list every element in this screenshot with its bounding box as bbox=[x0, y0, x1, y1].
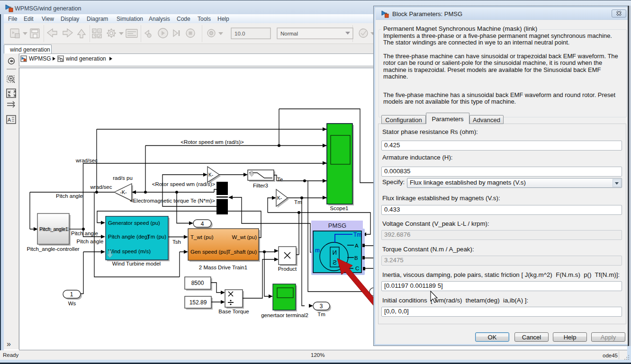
svg-text:m: m bbox=[315, 247, 320, 254]
svg-text:8500: 8500 bbox=[191, 280, 204, 286]
svg-text:S: S bbox=[333, 259, 337, 266]
svg-text:Pitch angle: Pitch angle bbox=[56, 193, 83, 199]
svg-text:152.89: 152.89 bbox=[189, 299, 207, 306]
svg-text:Wind speed (m/s): Wind speed (m/s) bbox=[108, 249, 151, 254]
svg-text:wrad/sec: wrad/sec bbox=[75, 158, 98, 163]
svg-text:Pitch angle: Pitch angle bbox=[77, 239, 104, 244]
svg-text:Generator speed (pu): Generator speed (pu) bbox=[108, 220, 160, 226]
svg-text:»: » bbox=[7, 340, 11, 348]
svg-text:<Rotor speed wm (rad/s)>: <Rotor speed wm (rad/s)> bbox=[152, 181, 216, 187]
svg-text:C: C bbox=[355, 266, 359, 271]
svg-text:Tm: Tm bbox=[294, 199, 302, 205]
svg-text:Product: Product bbox=[278, 266, 297, 272]
svg-text:3: 3 bbox=[320, 303, 323, 310]
svg-text:Tm (pu): Tm (pu) bbox=[147, 234, 166, 240]
svg-text:Wrdh_angle1: Wrdh_angle1 bbox=[40, 226, 69, 232]
svg-text:A: A bbox=[8, 117, 11, 123]
svg-text:<Rotor speed wm (rad/s)>: <Rotor speed wm (rad/s)> bbox=[180, 139, 244, 145]
svg-text:1: 1 bbox=[70, 291, 73, 298]
svg-text:Tm: Tm bbox=[353, 231, 361, 238]
svg-text:WPMSG: WPMSG bbox=[29, 55, 51, 62]
svg-text:K-: K- bbox=[208, 172, 213, 178]
svg-text:Base Torque: Base Torque bbox=[218, 309, 249, 314]
svg-text:10.0: 10.0 bbox=[234, 31, 245, 36]
svg-text:genertaor terminal2: genertaor terminal2 bbox=[261, 312, 308, 318]
svg-text:wind generation: wind generation bbox=[65, 55, 106, 62]
svg-text:K-: K- bbox=[277, 195, 282, 201]
svg-text:-K-: -K- bbox=[120, 189, 127, 195]
svg-text:Pitch angle: Pitch angle bbox=[71, 231, 98, 236]
svg-text:Te: Te bbox=[277, 177, 283, 182]
svg-text:Ws: Ws bbox=[68, 301, 76, 306]
svg-text:PMSG: PMSG bbox=[328, 222, 346, 229]
svg-text:Scope1: Scope1 bbox=[330, 205, 348, 211]
svg-text:Pitch angle (deg): Pitch angle (deg) bbox=[108, 234, 149, 240]
svg-text:2 Mass Drive Train1: 2 Mass Drive Train1 bbox=[199, 265, 247, 270]
svg-text:B: B bbox=[354, 255, 358, 261]
svg-text:Tm: Tm bbox=[317, 311, 325, 317]
svg-text:W_wt (pu): W_wt (pu) bbox=[232, 234, 257, 240]
svg-text:N: N bbox=[333, 249, 337, 256]
svg-text:Filter3: Filter3 bbox=[253, 183, 268, 188]
svg-text:Gen speed (pu): Gen speed (pu) bbox=[190, 249, 228, 255]
svg-text:Pitch_angle-controller: Pitch_angle-controller bbox=[27, 246, 79, 252]
svg-text:Normal: Normal bbox=[280, 31, 298, 36]
svg-text:wrad/sec: wrad/sec bbox=[90, 184, 112, 190]
svg-text:rad/s pu: rad/s pu bbox=[113, 175, 133, 181]
svg-text:A: A bbox=[355, 243, 359, 249]
svg-text:Tsh: Tsh bbox=[172, 239, 181, 245]
svg-text:Wind Turbine model: Wind Turbine model bbox=[112, 261, 161, 266]
svg-text:<Electromagnetic torque Te (N*: <Electromagnetic torque Te (N*m)> bbox=[130, 198, 215, 204]
svg-text:T_wt (pu): T_wt (pu) bbox=[190, 234, 214, 240]
svg-text:4: 4 bbox=[201, 221, 204, 227]
svg-text:T_shaft (pu): T_shaft (pu) bbox=[227, 249, 257, 255]
